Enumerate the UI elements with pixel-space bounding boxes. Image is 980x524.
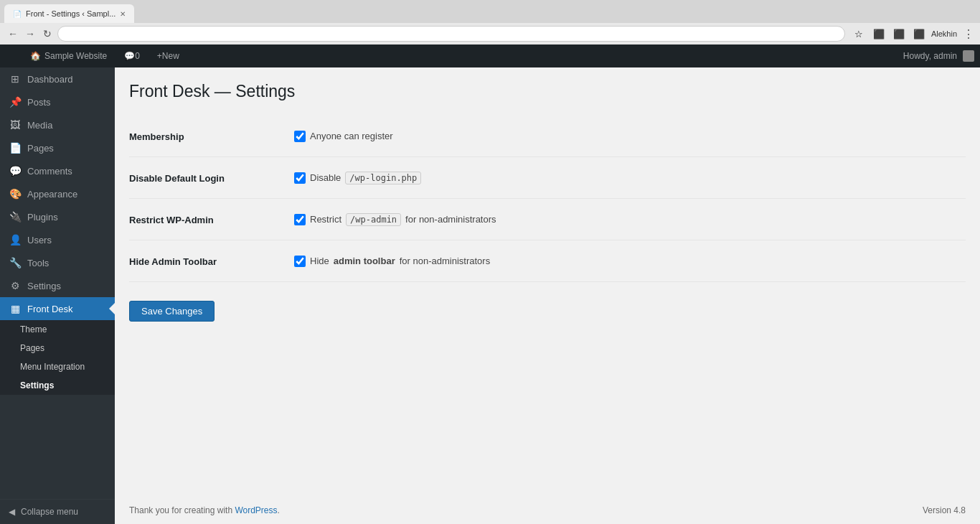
sidebar-item-settings[interactable]: ⚙ Settings [0,274,115,297]
setting-value-disable-login: Disable /wp-login.php [287,157,966,199]
browser-nav-icons: ☆ ⬛ ⬛ ⬛ Alekhin ⋮ [851,26,974,42]
tab-favicon-icon: 📄 [13,10,22,18]
footer-credit: Thank you for creating with WordPress. [129,505,280,515]
subitem-pages[interactable]: Pages [0,339,115,357]
sidebar-label-comments: Comments [27,166,72,177]
admin-bar-left: W 🏠 Sample Website 💬 0 + New [6,45,903,67]
comments-count: 0 [135,51,140,61]
sidebar-label-posts: Posts [27,97,51,108]
sidebar-item-appearance[interactable]: 🎨 Appearance [0,182,115,205]
sidebar-item-frontdesk[interactable]: ▦ Front Desk [0,297,115,320]
wp-logo-icon[interactable]: W [6,45,20,67]
setting-row-membership: Membership Anyone can register [129,116,966,157]
frontdesk-submenu: Theme Pages Menu Integration Settings [0,320,115,395]
sidebar-label-tools: Tools [27,258,49,268]
footer-credit-text: Thank you for creating with [129,505,235,515]
appearance-icon: 🎨 [9,188,22,200]
content-inner: Front Desk — Settings Membership [115,67,980,524]
collapse-menu-button[interactable]: ◀ Collapse menu [0,499,115,524]
back-button[interactable]: ← [6,27,20,41]
membership-value: Anyone can register [294,131,958,142]
setting-label-hide-toolbar: Hide Admin Toolbar [129,240,287,282]
footer-wordpress-link[interactable]: WordPress [235,505,277,515]
subitem-menu-integration[interactable]: Menu Integration [0,357,115,376]
admin-bar-comments[interactable]: 💬 0 [117,45,147,67]
setting-value-hide-toolbar: Hide admin toolbar for non-administrator… [287,240,966,282]
forward-button[interactable]: → [23,27,37,41]
browser-menu-button[interactable]: ⋮ [963,26,974,42]
bookmark-icon[interactable]: ☆ [851,26,867,42]
collapse-icon: ◀ [9,507,15,517]
collapse-label: Collapse menu [21,507,78,517]
wp-content: Front Desk — Settings Membership [115,67,980,497]
frontdesk-icon: ▦ [9,303,22,314]
extension-icon1[interactable]: ⬛ [871,26,887,42]
sidebar-label-media: Media [27,120,52,131]
wp-sidebar: ⊞ Dashboard 📌 Posts 🖼 Media 📄 Pages 💬 Co… [0,67,115,524]
sidebar-item-dashboard[interactable]: ⊞ Dashboard [0,67,115,90]
reload-button[interactable]: ↻ [40,27,55,41]
browser-nav: ← → ↻ ☆ ⬛ ⬛ ⬛ Alekhin ⋮ [0,23,980,45]
setting-row-restrict-admin: Restrict WP-Admin Restrict /wp-admin for… [129,199,966,240]
sidebar-item-tools[interactable]: 🔧 Tools [0,251,115,274]
plugins-icon: 🔌 [9,211,22,223]
user-account-button[interactable]: Alekhin [931,26,957,42]
subitem-settings[interactable]: Settings [0,376,115,395]
admin-avatar [963,50,974,62]
disable-login-value: Disable /wp-login.php [294,172,958,184]
extension-icon3[interactable]: ⬛ [911,26,927,42]
site-name-label: Sample Website [44,51,107,61]
sidebar-item-media[interactable]: 🖼 Media [0,113,115,136]
site-home-icon: 🏠 [30,51,41,61]
setting-label-restrict-admin: Restrict WP-Admin [129,199,287,240]
admin-bar-new[interactable]: + New [150,45,187,67]
footer-version: Version 4.8 [923,505,966,515]
wp-wrapper: W 🏠 Sample Website 💬 0 + New Howdy, admi… [0,45,980,524]
wp-footer: Thank you for creating with WordPress. V… [115,497,980,524]
sidebar-item-posts[interactable]: 📌 Posts [0,90,115,113]
save-button-area: Save Changes [129,294,966,322]
sidebar-label-settings: Settings [27,281,61,291]
page-title: Front Desk — Settings [129,82,966,101]
sidebar-label-appearance: Appearance [27,189,77,200]
new-label: New [162,51,179,61]
howdy-text: Howdy, admin [903,51,957,61]
membership-checkbox[interactable] [294,131,306,142]
admin-bar-site-name[interactable]: 🏠 Sample Website [23,45,114,67]
setting-row-disable-login: Disable Default Login Disable /wp-login.… [129,157,966,199]
sidebar-item-comments[interactable]: 💬 Comments [0,159,115,182]
sidebar-item-plugins[interactable]: 🔌 Plugins [0,205,115,228]
sidebar-label-dashboard: Dashboard [27,74,73,85]
wp-main: ⊞ Dashboard 📌 Posts 🖼 Media 📄 Pages 💬 Co… [0,67,980,524]
disable-login-checkbox[interactable] [294,172,306,184]
disable-login-before-text: Disable [310,172,341,183]
setting-value-membership: Anyone can register [287,116,966,157]
comments-icon: 💬 [9,165,22,177]
membership-text: Anyone can register [310,131,393,141]
save-changes-button[interactable]: Save Changes [129,301,215,322]
address-bar[interactable] [57,26,845,42]
media-icon: 🖼 [9,119,22,131]
hide-toolbar-after-text: for non-administrators [400,256,490,266]
comments-bubble-icon: 💬 [124,51,135,61]
sidebar-label-users: Users [27,235,52,245]
restrict-admin-after-text: for non-administrators [405,214,496,225]
sidebar-item-pages[interactable]: 📄 Pages [0,136,115,159]
pages-icon: 📄 [9,142,22,154]
restrict-admin-checkbox[interactable] [294,214,306,225]
footer-period: . [278,505,280,515]
content-wrap: Front Desk — Settings Membership [115,67,980,524]
users-icon: 👤 [9,234,22,245]
admin-bar-right: Howdy, admin [903,50,974,62]
sidebar-item-users[interactable]: 👤 Users [0,228,115,251]
setting-label-membership: Membership [129,116,287,157]
tab-close-icon[interactable]: ✕ [120,10,126,18]
sidebar-label-plugins: Plugins [27,212,58,223]
restrict-admin-value: Restrict /wp-admin for non-administrator… [294,213,958,226]
subitem-theme[interactable]: Theme [0,320,115,339]
setting-row-hide-toolbar: Hide Admin Toolbar Hide admin toolbar fo… [129,240,966,282]
settings-icon: ⚙ [9,280,22,291]
hide-toolbar-checkbox[interactable] [294,256,306,267]
extension-icon2[interactable]: ⬛ [891,26,907,42]
tab-title: Front - Settings ‹ Sampl... [26,9,116,18]
